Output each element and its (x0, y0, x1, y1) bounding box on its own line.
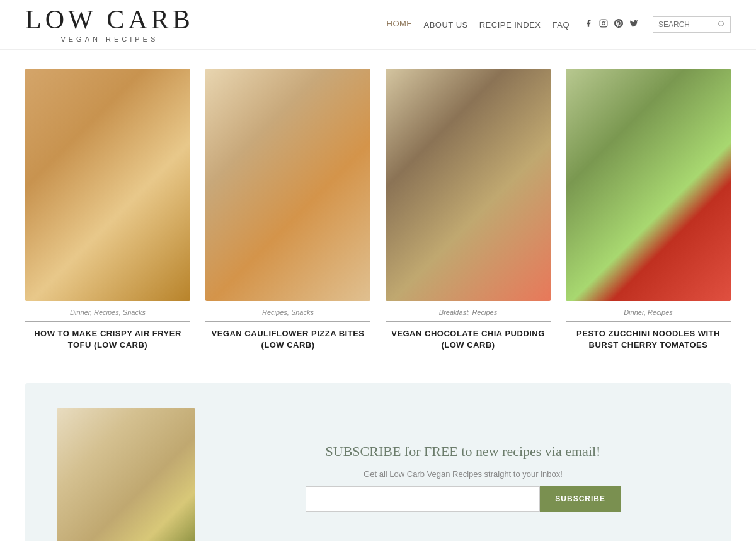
nav-home[interactable]: HOME (387, 19, 413, 30)
recipe-categories-1: Recipes, Snacks (262, 309, 314, 316)
nav-recipes[interactable]: RECIPE INDEX (479, 20, 541, 30)
facebook-icon[interactable] (584, 19, 593, 30)
recipe-card-0[interactable]: Dinner, Recipes, Snacks HOW TO MAKE CRIS… (25, 69, 190, 351)
search-box[interactable] (653, 16, 731, 33)
twitter-icon[interactable] (629, 19, 638, 30)
pinterest-icon[interactable] (614, 19, 623, 30)
svg-rect-0 (600, 20, 607, 27)
email-field[interactable] (306, 486, 540, 512)
recipe-divider-1 (205, 321, 370, 322)
recipe-categories-0: Dinner, Recipes, Snacks (70, 309, 146, 316)
svg-line-4 (723, 25, 724, 26)
nav-about[interactable]: ABOUT US (424, 20, 468, 30)
svg-point-2 (605, 21, 606, 21)
recipe-divider-3 (566, 321, 731, 322)
recipe-divider-2 (386, 321, 551, 322)
recipe-image-0 (25, 69, 190, 301)
recipe-card-2[interactable]: Breakfast, Recipes VEGAN CHOCOLATE CHIA … (386, 69, 551, 351)
subscribe-heading: SUBSCRIBE for FREE to new recipes via em… (326, 442, 601, 462)
main-nav: HOME ABOUT US RECIPE INDEX FAQ (387, 16, 731, 33)
recipe-grid: Dinner, Recipes, Snacks HOW TO MAKE CRIS… (25, 69, 731, 351)
recipe-divider-0 (25, 321, 190, 322)
recipe-card-3[interactable]: Dinner, Recipes PESTO ZUCCHINI NOODLES W… (566, 69, 731, 351)
subscribe-form: SUBSCRIBE (306, 486, 621, 512)
recipe-image-3 (566, 69, 731, 301)
subscribe-button[interactable]: SUBSCRIBE (540, 486, 621, 512)
logo-title: LOW CARB (25, 6, 194, 33)
subscribe-image (57, 408, 195, 541)
recipe-title-0[interactable]: HOW TO MAKE CRISPY AIR FRYER TOFU (LOW C… (25, 328, 190, 351)
subscribe-section: SUBSCRIBE for FREE to new recipes via em… (25, 383, 731, 541)
subscribe-subtext: Get all Low Carb Vegan Recipes straight … (364, 469, 563, 479)
instagram-icon[interactable] (599, 19, 608, 30)
recipe-categories-2: Breakfast, Recipes (439, 309, 497, 316)
search-icon[interactable] (718, 19, 725, 30)
recipe-title-2[interactable]: VEGAN CHOCOLATE CHIA PUDDING (LOW CARB) (386, 328, 551, 351)
logo-subtitle: VEGAN RECIPES (60, 35, 158, 43)
main-content: Dinner, Recipes, Snacks HOW TO MAKE CRIS… (0, 50, 756, 541)
site-header: LOW CARB VEGAN RECIPES HOME ABOUT US REC… (0, 0, 756, 50)
subscribe-content: SUBSCRIBE for FREE to new recipes via em… (227, 442, 699, 512)
recipe-title-3[interactable]: PESTO ZUCCHINI NOODLES WITH BURST CHERRY… (566, 328, 731, 351)
subscribe-food-image (57, 408, 195, 541)
svg-point-1 (602, 22, 605, 25)
recipe-title-1[interactable]: VEGAN CAULIFLOWER PIZZA BITES (LOW CARB) (205, 328, 370, 351)
recipe-image-2 (386, 69, 551, 301)
social-icons (584, 19, 638, 30)
site-logo[interactable]: LOW CARB VEGAN RECIPES (25, 6, 194, 43)
svg-point-3 (719, 21, 724, 26)
recipe-categories-3: Dinner, Recipes (624, 309, 673, 316)
search-input[interactable] (658, 20, 715, 29)
recipe-image-1 (205, 69, 370, 301)
nav-faq[interactable]: FAQ (552, 20, 570, 30)
recipe-card-1[interactable]: Recipes, Snacks VEGAN CAULIFLOWER PIZZA … (205, 69, 370, 351)
